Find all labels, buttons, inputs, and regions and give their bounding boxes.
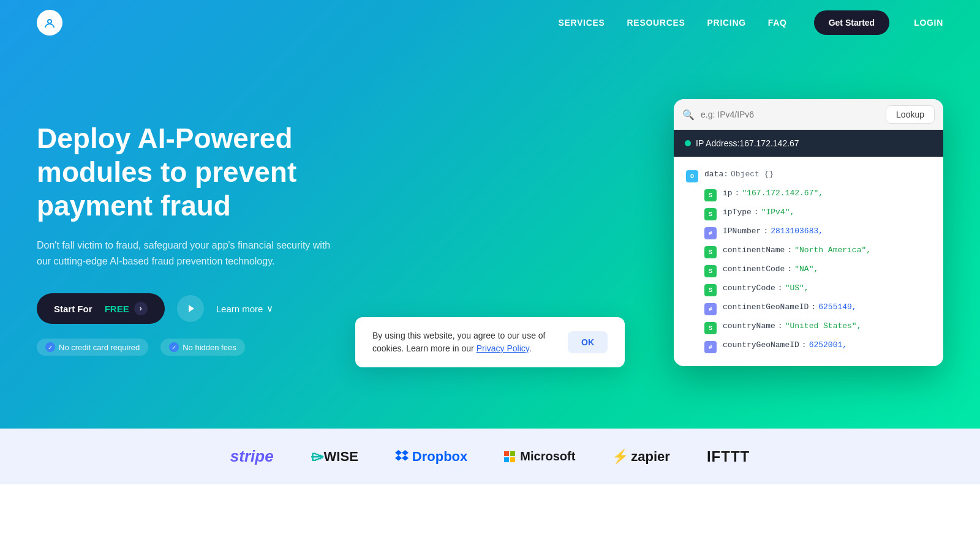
svg-marker-3 (395, 450, 402, 461)
data-row: O data: Object {} (686, 167, 931, 186)
header: SERVICES RESOURCES PRICING FAQ Get Start… (0, 0, 980, 45)
svg-marker-2 (189, 305, 194, 312)
cookie-ok-button[interactable]: OK (568, 331, 608, 353)
logo-icon (37, 10, 62, 36)
check-icon: ✓ (45, 342, 55, 352)
start-free-button[interactable]: Start For FREE › (37, 293, 165, 324)
ip-row-ip: S ip : "167.172.142.67", (704, 186, 931, 204)
ip-rows: S ip : "167.172.142.67", S ipType : "IPv… (686, 186, 931, 356)
status-dot (685, 140, 691, 146)
logo-microsoft: Microsoft (504, 449, 575, 463)
hero-left: Deploy AI-Powered modules to prevent pay… (37, 97, 404, 356)
ip-search-bar: 🔍 Lookup (674, 99, 943, 130)
cookie-banner: By using this website, you agree to our … (355, 317, 625, 367)
chevron-down-icon: ∨ (266, 303, 273, 314)
play-button[interactable] (177, 295, 204, 322)
nav-resources[interactable]: RESOURCES (627, 18, 685, 28)
ip-row-iptype: S ipType : "IPv4", (704, 204, 931, 223)
check-icon-2: ✓ (169, 342, 179, 352)
ip-row-continentgeonameid: # continentGeoNameID : 6255149, (704, 299, 931, 318)
main-nav: SERVICES RESOURCES PRICING FAQ Get Start… (558, 10, 889, 35)
ip-address-label: IP Address:167.172.142.67 (696, 138, 799, 148)
type-badge-o: O (686, 170, 698, 182)
ip-body: O data: Object {} S ip : "167.172.142.67… (674, 157, 943, 366)
no-hidden-fees-badge: ✓ No hidden fees (160, 339, 244, 356)
hero-title: Deploy AI-Powered modules to prevent pay… (37, 122, 404, 223)
logos-section: stripe ⌲ WISE Dropbox Microsoft ⚡ zapier… (0, 429, 980, 484)
ip-row-continentname: S continentName : "North America", (704, 242, 931, 261)
ip-row-ipnumber: # IPNumber : 2813103683, (704, 223, 931, 242)
hero-subtitle: Don't fall victim to fraud, safeguard yo… (37, 238, 331, 269)
hero-section: Deploy AI-Powered modules to prevent pay… (0, 0, 980, 429)
logo-stripe: stripe (230, 447, 274, 466)
login-button[interactable]: LOGIN (914, 18, 943, 28)
hero-actions: Start For FREE › Learn more ∨ (37, 293, 404, 324)
logo-dropbox: Dropbox (395, 449, 467, 465)
ip-widget: 🔍 Lookup IP Address:167.172.142.67 O dat… (674, 99, 943, 366)
nav-services[interactable]: SERVICES (558, 18, 605, 28)
svg-marker-4 (402, 450, 409, 461)
logo-ifttt: IFTTT (707, 448, 750, 465)
nav-pricing[interactable]: PRICING (707, 18, 746, 28)
no-credit-card-badge: ✓ No credit card required (37, 339, 148, 356)
ip-search-input[interactable] (701, 110, 880, 119)
get-started-button[interactable]: Get Started (814, 10, 889, 35)
logo-wise: ⌲ WISE (311, 449, 358, 465)
hero-badges: ✓ No credit card required ✓ No hidden fe… (37, 339, 404, 356)
lookup-button[interactable]: Lookup (886, 105, 935, 124)
chevron-right-icon: › (134, 302, 148, 315)
ip-row-countryname: S countryName : "United States", (704, 318, 931, 337)
logo-zapier: ⚡ zapier (612, 449, 670, 465)
ip-row-continentcode: S continentCode : "NA", (704, 261, 931, 280)
free-label: FREE (105, 304, 129, 314)
ip-header: IP Address:167.172.142.67 (674, 130, 943, 157)
ip-row-countrycode: S countryCode : "US", (704, 280, 931, 299)
learn-more-button[interactable]: Learn more ∨ (216, 303, 274, 314)
microsoft-icon (504, 451, 515, 462)
nav-faq[interactable]: FAQ (768, 18, 787, 28)
start-label: Start For (54, 304, 92, 314)
svg-point-1 (48, 20, 51, 23)
cookie-text: By using this website, you agree to our … (372, 329, 549, 355)
privacy-policy-link[interactable]: Privacy Policy (477, 343, 529, 353)
search-icon: 🔍 (682, 109, 695, 121)
logo (37, 10, 62, 36)
